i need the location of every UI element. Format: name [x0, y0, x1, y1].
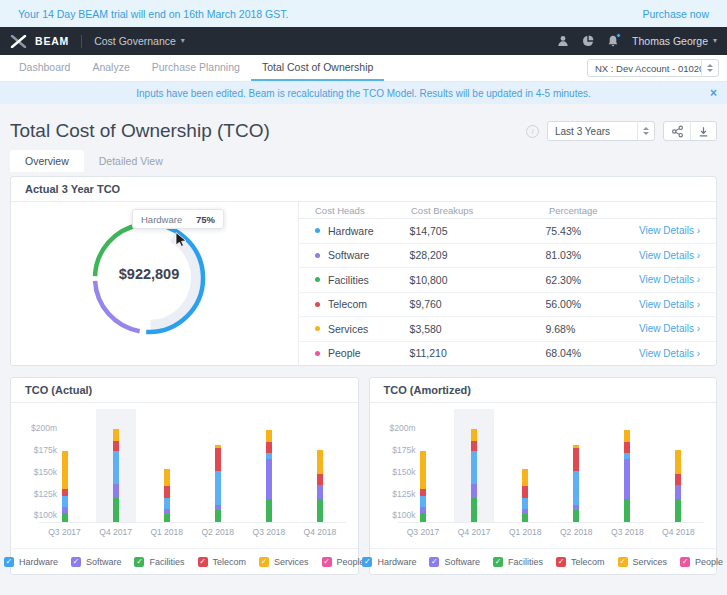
- bar-segment-facilities[interactable]: [113, 498, 119, 522]
- bar-segment-services[interactable]: [471, 429, 477, 441]
- view-details-link[interactable]: View Details ›: [639, 348, 700, 359]
- share-button[interactable]: [664, 122, 690, 140]
- view-details-link[interactable]: View Details ›: [639, 299, 700, 310]
- bar-slot-q1-2018[interactable]: Q1 2018: [500, 409, 551, 522]
- bar-segment-facilities[interactable]: [266, 499, 272, 522]
- legend-checkbox[interactable]: ✓: [556, 557, 566, 567]
- stacked-bar[interactable]: [471, 429, 477, 522]
- stacked-bar[interactable]: [573, 445, 579, 522]
- bar-segment-software[interactable]: [266, 459, 272, 500]
- bar-segment-hardware[interactable]: [215, 471, 221, 506]
- bar-segment-facilities[interactable]: [573, 510, 579, 522]
- legend-item-telecom[interactable]: ✓ Telecom: [198, 557, 247, 567]
- bar-segment-services[interactable]: [113, 429, 119, 441]
- tab-detailed-view[interactable]: Detailed View: [84, 150, 178, 172]
- bar-segment-telecom[interactable]: [624, 442, 630, 453]
- legend-checkbox[interactable]: ✓: [362, 557, 372, 567]
- legend-checkbox[interactable]: ✓: [134, 557, 144, 567]
- bar-segment-telecom[interactable]: [522, 486, 528, 497]
- info-icon[interactable]: i: [526, 125, 539, 138]
- tco-actual-chart[interactable]: $100k$125k$150k$175k$200mQ3 2017Q4 2017Q…: [11, 403, 358, 548]
- bar-segment-facilities[interactable]: [215, 510, 221, 522]
- bar-segment-services[interactable]: [164, 469, 170, 486]
- view-details-link[interactable]: View Details ›: [639, 250, 700, 261]
- bar-slot-q3-2017[interactable]: Q3 2017: [398, 409, 449, 522]
- donut-segment-software[interactable]: [95, 281, 140, 331]
- stacked-bar[interactable]: [266, 430, 272, 522]
- bar-slot-q2-2018[interactable]: Q2 2018: [192, 409, 243, 522]
- tab-analyze[interactable]: Analyze: [81, 55, 140, 81]
- bar-segment-facilities[interactable]: [675, 499, 681, 522]
- bar-segment-telecom[interactable]: [420, 489, 426, 496]
- legend-checkbox[interactable]: ✓: [493, 557, 503, 567]
- bar-slot-q4-2017[interactable]: Q4 2017: [449, 409, 500, 522]
- legend-checkbox[interactable]: ✓: [429, 557, 439, 567]
- legend-item-hardware[interactable]: ✓ Hardware: [4, 557, 58, 567]
- view-details-link[interactable]: View Details ›: [639, 274, 700, 285]
- tab-dashboard[interactable]: Dashboard: [8, 55, 81, 81]
- stacked-bar[interactable]: [522, 469, 528, 522]
- bar-segment-facilities[interactable]: [317, 499, 323, 522]
- bar-segment-hardware[interactable]: [573, 471, 579, 506]
- bar-segment-services[interactable]: [62, 451, 68, 489]
- download-button[interactable]: [690, 122, 716, 140]
- legend-item-hardware[interactable]: ✓ Hardware: [362, 557, 416, 567]
- legend-item-telecom[interactable]: ✓ Telecom: [556, 557, 605, 567]
- tco-amortized-chart[interactable]: $100k$125k$150k$175k$200mQ3 2017Q4 2017Q…: [370, 403, 717, 548]
- legend-checkbox[interactable]: ✓: [322, 557, 332, 567]
- bar-segment-facilities[interactable]: [164, 514, 170, 522]
- bar-slot-q1-2018[interactable]: Q1 2018: [141, 409, 192, 522]
- stacked-bar[interactable]: [317, 450, 323, 522]
- legend-item-facilities[interactable]: ✓ Facilities: [134, 557, 184, 567]
- legend-item-services[interactable]: ✓ Services: [618, 557, 668, 567]
- bar-slot-q4-2017[interactable]: Q4 2017: [90, 409, 141, 522]
- bar-segment-telecom[interactable]: [215, 448, 221, 471]
- bar-slot-q4-2018[interactable]: Q4 2018: [294, 409, 345, 522]
- stacked-bar[interactable]: [62, 451, 68, 522]
- bar-segment-software[interactable]: [113, 484, 119, 498]
- bar-segment-services[interactable]: [266, 430, 272, 442]
- bar-segment-telecom[interactable]: [266, 442, 272, 453]
- bar-segment-hardware[interactable]: [420, 496, 426, 507]
- legend-checkbox[interactable]: ✓: [259, 557, 269, 567]
- view-details-link[interactable]: View Details ›: [639, 323, 700, 334]
- bar-segment-hardware[interactable]: [164, 498, 170, 509]
- legend-item-software[interactable]: ✓ Software: [429, 557, 480, 567]
- bar-segment-facilities[interactable]: [471, 498, 477, 522]
- tco-donut-chart[interactable]: $922,809 Hardware 75%: [11, 202, 298, 365]
- stacked-bar[interactable]: [624, 430, 630, 522]
- bar-slot-q3-2017[interactable]: Q3 2017: [39, 409, 90, 522]
- bar-segment-telecom[interactable]: [62, 489, 68, 496]
- time-range-select[interactable]: Last 3 Years: [547, 121, 655, 141]
- pie-chart-icon[interactable]: [582, 35, 594, 47]
- legend-checkbox[interactable]: ✓: [4, 557, 14, 567]
- bar-segment-telecom[interactable]: [164, 486, 170, 497]
- tab-total-cost-of-ownership[interactable]: Total Cost of Ownership: [251, 55, 384, 81]
- stacked-bar[interactable]: [164, 469, 170, 522]
- user-admin-icon[interactable]: [557, 35, 569, 47]
- bar-segment-facilities[interactable]: [62, 513, 68, 522]
- close-icon[interactable]: ×: [710, 86, 717, 100]
- legend-checkbox[interactable]: ✓: [198, 557, 208, 567]
- stacked-bar[interactable]: [420, 451, 426, 522]
- bar-slot-q3-2018[interactable]: Q3 2018: [602, 409, 653, 522]
- bar-segment-hardware[interactable]: [62, 496, 68, 507]
- bar-segment-hardware[interactable]: [471, 451, 477, 484]
- legend-item-services[interactable]: ✓ Services: [259, 557, 309, 567]
- stacked-bar[interactable]: [215, 445, 221, 522]
- legend-item-people[interactable]: ✓ People: [322, 557, 365, 567]
- bar-segment-facilities[interactable]: [420, 513, 426, 522]
- bar-segment-telecom[interactable]: [471, 441, 477, 451]
- legend-checkbox[interactable]: ✓: [71, 557, 81, 567]
- stacked-bar[interactable]: [113, 429, 119, 522]
- bar-segment-software[interactable]: [675, 485, 681, 499]
- bar-slot-q4-2018[interactable]: Q4 2018: [653, 409, 704, 522]
- tab-purchase-planning[interactable]: Purchase Planning: [141, 55, 251, 81]
- legend-item-facilities[interactable]: ✓ Facilities: [493, 557, 543, 567]
- bell-icon[interactable]: [607, 35, 619, 47]
- bar-segment-software[interactable]: [471, 484, 477, 498]
- legend-checkbox[interactable]: ✓: [680, 557, 690, 567]
- legend-item-people[interactable]: ✓ People: [680, 557, 723, 567]
- bar-segment-facilities[interactable]: [522, 514, 528, 522]
- bar-segment-telecom[interactable]: [573, 448, 579, 471]
